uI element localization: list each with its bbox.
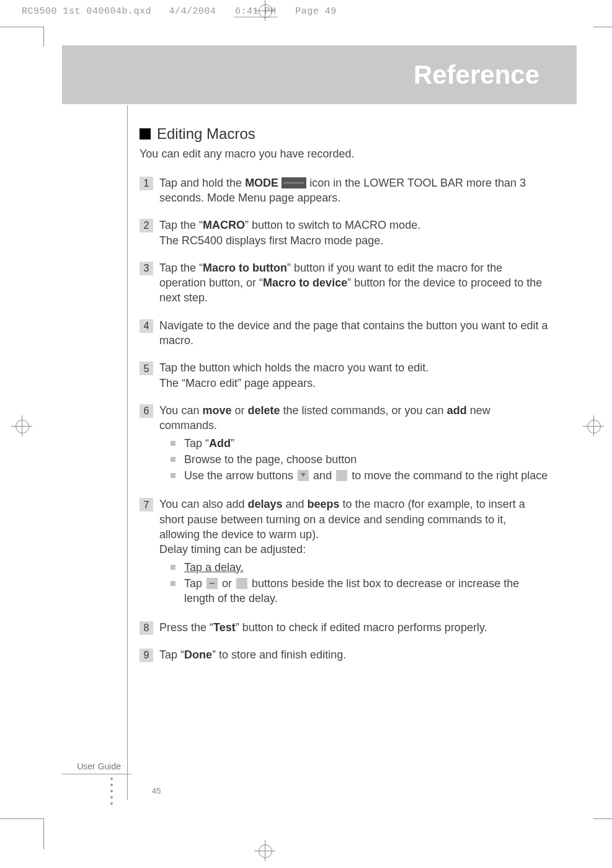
slug-page: Page 49 xyxy=(295,6,337,17)
footer-dots-icon xyxy=(110,777,113,805)
text: the listed commands, or you can xyxy=(280,404,446,417)
step-body: Press the “Test” button to check if edit… xyxy=(159,620,549,635)
slug-date: 4/4/2004 xyxy=(169,6,216,17)
minus-icon xyxy=(206,578,218,589)
step-body: Tap the button which holds the macro you… xyxy=(159,360,549,391)
page-number: 45 xyxy=(152,786,161,795)
crop-mark-icon xyxy=(0,818,43,819)
text: ” to store and finish editing. xyxy=(212,649,346,661)
crop-mark-icon xyxy=(593,27,612,27)
step-2: 2 Tap the “MACRO” button to switch to MA… xyxy=(140,218,549,248)
step-number: 3 xyxy=(140,262,153,275)
section-bullet-icon xyxy=(140,128,151,140)
chapter-header: Reference xyxy=(62,45,577,104)
text: Tap “ xyxy=(159,649,184,661)
arrow-up-icon xyxy=(336,470,347,481)
text-bold: Done xyxy=(184,649,212,661)
step-number: 4 xyxy=(140,319,153,333)
text: Tap the button which holds the macro you… xyxy=(159,361,428,374)
page: RC9500 1st 040604b.qxd 4/4/2004 6:41 PM … xyxy=(0,0,612,868)
text-bold: Macro to button xyxy=(203,262,287,274)
sub-list: Tap a delay. Tap or buttons beside the l… xyxy=(171,560,549,606)
list-item: Browse to the page, choose button xyxy=(171,452,549,467)
text-bold: MACRO xyxy=(203,219,245,231)
registration-mark-icon xyxy=(583,415,604,436)
text: or xyxy=(231,404,247,417)
step-body: You can move or delete the listed comman… xyxy=(159,403,549,484)
text-bold: Test xyxy=(213,621,236,634)
step-number: 5 xyxy=(140,361,153,375)
step-number: 7 xyxy=(140,498,153,512)
text: Tap the “ xyxy=(159,219,203,231)
text: Tap and hold the xyxy=(159,177,245,189)
sub-list: Tap “Add” Browse to the page, choose but… xyxy=(171,436,549,484)
text: Tap xyxy=(184,577,205,590)
step-5: 5 Tap the button which holds the macro y… xyxy=(140,360,549,391)
step-number: 8 xyxy=(140,621,153,635)
step-body: Tap the “Macro to button” button if you … xyxy=(159,260,549,306)
text: Tap “ xyxy=(184,437,209,450)
crop-mark-icon xyxy=(593,818,612,819)
slug-file: RC9500 1st 040604b.qxd xyxy=(22,6,151,17)
section-title: Editing Macros xyxy=(157,124,255,144)
section-intro: You can edit any macro you have recorded… xyxy=(140,146,549,161)
step-7: 7 You can also add delays and beeps to t… xyxy=(140,497,549,607)
step-3: 3 Tap the “Macro to button” button if yo… xyxy=(140,260,549,306)
text-bold: delete xyxy=(247,404,280,417)
list-item: Tap or buttons beside the list box to de… xyxy=(171,576,549,606)
footer-rule xyxy=(62,774,131,774)
text: Tap the “ xyxy=(159,262,203,274)
step-body: You can also add delays and beeps to the… xyxy=(159,497,549,607)
list-item: Tap a delay. xyxy=(171,560,549,575)
registration-mark-icon xyxy=(254,840,275,861)
section-title-row: Editing Macros xyxy=(140,124,549,144)
text: You can xyxy=(159,404,202,417)
step-number: 9 xyxy=(140,649,153,662)
registration-mark-icon xyxy=(254,0,275,21)
text-underline: Tap a delay. xyxy=(184,561,244,574)
mode-button-icon xyxy=(282,177,306,188)
arrow-down-icon xyxy=(298,470,309,481)
text: The “Macro edit” page appears. xyxy=(159,377,316,389)
text: and xyxy=(283,498,308,510)
text: Delay timing can be adjusted: xyxy=(159,543,306,556)
text: ” xyxy=(231,437,234,450)
text-bold: Macro to device xyxy=(263,277,347,289)
text: ” button to check if edited macro perfor… xyxy=(236,621,487,634)
crop-mark-icon xyxy=(0,27,43,27)
text-bold: add xyxy=(447,404,467,417)
step-4: 4 Navigate to the device and the page th… xyxy=(140,318,549,348)
registration-mark-icon xyxy=(11,415,32,436)
text: You can also add xyxy=(159,498,247,510)
text-bold: MODE xyxy=(245,177,278,189)
text-bold: move xyxy=(202,404,231,417)
step-body: Tap “Done” to store and finish editing. xyxy=(159,647,549,662)
text: Use the arrow buttons xyxy=(184,469,296,482)
step-8: 8 Press the “Test” button to check if ed… xyxy=(140,620,549,635)
chapter-title: Reference xyxy=(414,60,539,90)
text: ” button to switch to MACRO mode. xyxy=(245,219,420,231)
step-1: 1 Tap and hold the MODE icon in the LOWE… xyxy=(140,175,549,206)
text-bold: beeps xyxy=(308,498,340,510)
step-number: 2 xyxy=(140,219,153,232)
side-rule xyxy=(127,105,128,800)
step-body: Tap the “MACRO” button to switch to MACR… xyxy=(159,218,549,248)
body-content: Editing Macros You can edit any macro yo… xyxy=(140,124,549,675)
text: Press the “ xyxy=(159,621,213,634)
text-bold: delays xyxy=(247,498,282,510)
step-body: Navigate to the device and the page that… xyxy=(159,318,549,348)
step-body: Tap and hold the MODE icon in the LOWER … xyxy=(159,175,549,206)
step-number: 1 xyxy=(140,177,153,190)
text: or xyxy=(222,577,235,590)
plus-icon xyxy=(236,578,247,589)
step-9: 9 Tap “Done” to store and finish editing… xyxy=(140,647,549,662)
crop-mark-icon xyxy=(43,818,44,849)
text: The RC5400 displays first Macro mode pag… xyxy=(159,234,383,247)
prepress-slug: RC9500 1st 040604b.qxd 4/4/2004 6:41 PM … xyxy=(22,6,337,17)
text-bold: Add xyxy=(209,437,231,450)
list-item: Use the arrow buttons and to move the co… xyxy=(171,468,549,483)
footer-label: User Guide xyxy=(62,761,121,771)
list-item: Tap “Add” xyxy=(171,436,549,451)
step-6: 6 You can move or delete the listed comm… xyxy=(140,403,549,484)
crop-mark-icon xyxy=(43,27,44,46)
